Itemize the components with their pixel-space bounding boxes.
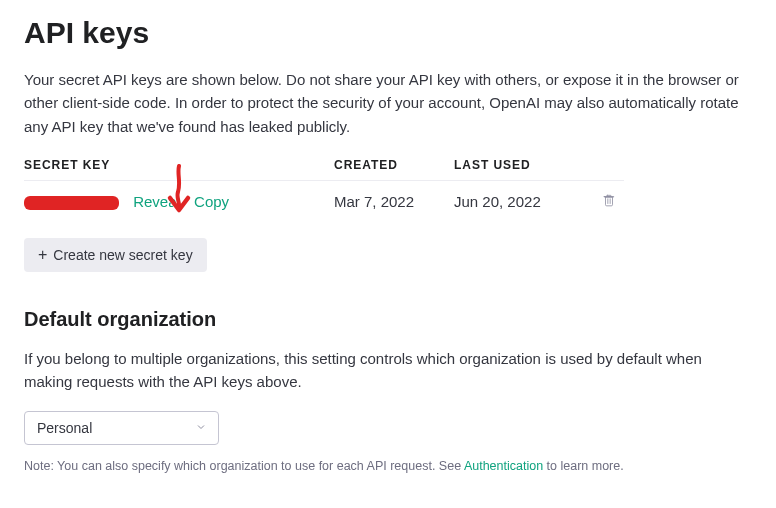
default-org-description: If you belong to multiple organizations,…	[24, 347, 752, 394]
copy-link[interactable]: Copy	[194, 193, 229, 210]
intro-text: Your secret API keys are shown below. Do…	[24, 68, 752, 138]
authentication-link[interactable]: Authentication	[464, 459, 543, 473]
header-created: CREATED	[334, 158, 454, 181]
default-org-heading: Default organization	[24, 308, 752, 331]
header-last-used: LAST USED	[454, 158, 594, 181]
created-date: Mar 7, 2022	[334, 180, 454, 222]
organization-selected: Personal	[37, 420, 92, 436]
delete-icon[interactable]	[602, 193, 616, 207]
masked-key	[24, 196, 119, 210]
note-text: Note: You can also specify which organiz…	[24, 459, 752, 473]
reveal-link[interactable]: Reveal	[133, 193, 180, 210]
header-secret-key: SECRET KEY	[24, 158, 334, 181]
organization-select[interactable]: Personal	[24, 411, 219, 445]
plus-icon: +	[38, 247, 47, 263]
create-button-label: Create new secret key	[53, 247, 192, 263]
create-secret-key-button[interactable]: + Create new secret key	[24, 238, 207, 272]
page-title: API keys	[24, 16, 752, 50]
last-used-date: Jun 20, 2022	[454, 180, 594, 222]
api-keys-table: SECRET KEY CREATED LAST USED Reveal Copy…	[24, 158, 624, 222]
table-row: Reveal Copy Mar 7, 2022 Jun 20, 2022	[24, 180, 624, 222]
